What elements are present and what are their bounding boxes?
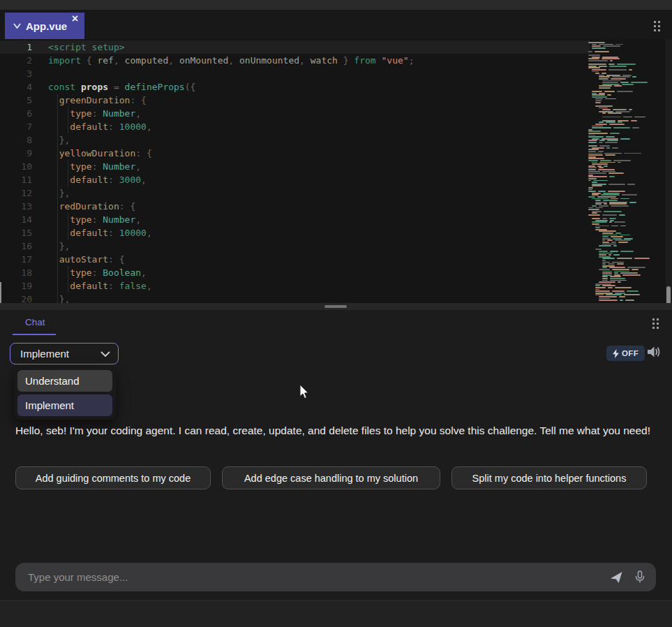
chat-tab-active-indicator [13, 334, 56, 335]
code-line: default: 3000, [48, 173, 414, 186]
vue-file-icon [13, 23, 21, 29]
code-line: }, [48, 133, 414, 147]
code-line: type: Number, [48, 107, 414, 120]
code-line: default: 10000, [48, 120, 414, 133]
agent-message: Hello, seb! I'm your coding agent. I can… [15, 422, 652, 439]
line-number: 15 [0, 226, 32, 239]
tab-close-icon[interactable]: × [72, 13, 78, 24]
code-line: type: Number, [48, 213, 414, 226]
tab-title: App.vue [26, 20, 67, 32]
editor-drag-handle-icon[interactable] [654, 21, 660, 31]
gutter: 1234567891011121314151617181920 [0, 40, 32, 303]
message-input[interactable] [15, 563, 604, 591]
chevron-down-icon [100, 351, 110, 357]
code-line: import { ref, computed, onMounted, onUnm… [48, 54, 414, 67]
line-number: 18 [0, 266, 32, 279]
chat-panel: Chat Implement OFF Understand Implement [0, 310, 672, 601]
lightning-icon [613, 349, 619, 358]
line-number: 2 [0, 54, 32, 67]
voice-toggle-badge[interactable]: OFF [606, 346, 645, 361]
suggestion-button-guiding-comments[interactable]: Add guiding comments to my code [15, 466, 211, 489]
line-number: 12 [0, 186, 32, 200]
menu-item-understand[interactable]: Understand [17, 370, 112, 392]
suggestion-button-edge-cases[interactable]: Add edge case handling to my solution [222, 466, 440, 489]
panel-resize-divider[interactable] [0, 303, 672, 310]
code-line: type: Boolean, [48, 266, 414, 279]
code-lines: <script setup>import { ref, computed, on… [48, 40, 414, 303]
code-line: autoStart: { [48, 253, 414, 266]
app-window: App.vue × 123456789101112131415161718192… [0, 0, 672, 627]
suggestion-row: Add guiding comments to my code Add edge… [15, 466, 647, 489]
scrollbar-track[interactable] [666, 39, 672, 303]
window-top-strip [0, 0, 672, 10]
code-line: }, [48, 186, 414, 200]
minimap[interactable] [588, 40, 666, 302]
line-number: 8 [0, 133, 32, 147]
line-number: 11 [0, 173, 32, 186]
page-footer [0, 602, 672, 627]
line-number: 7 [0, 120, 32, 133]
code-line: yellowDuration: { [48, 147, 414, 160]
line-number: 13 [0, 200, 32, 213]
code-line [48, 67, 414, 80]
code-line: greenDuration: { [48, 94, 414, 107]
line-number: 5 [0, 94, 32, 107]
mode-dropdown-value: Implement [20, 348, 69, 360]
line-number: 6 [0, 107, 32, 120]
message-input-bar [15, 563, 656, 591]
line-number: 4 [0, 80, 32, 94]
mic-icon[interactable] [628, 566, 652, 589]
suggestion-button-helper-functions[interactable]: Split my code into helper functions [451, 466, 647, 489]
resize-handle[interactable] [324, 305, 347, 308]
line-number: 17 [0, 253, 32, 266]
code-line: }, [48, 239, 414, 253]
tab-app-vue[interactable]: App.vue × [5, 13, 84, 39]
speaker-icon[interactable] [646, 345, 662, 359]
line-number: 9 [0, 147, 32, 160]
code-line: <script setup> [48, 40, 414, 54]
line-number: 20 [0, 293, 32, 303]
line-number: 19 [0, 279, 32, 293]
menu-item-implement[interactable]: Implement [17, 394, 112, 416]
line-number: 14 [0, 213, 32, 226]
code-editor[interactable]: 1234567891011121314151617181920 <script … [0, 39, 672, 303]
line-number: 16 [0, 239, 32, 253]
send-icon[interactable] [604, 566, 628, 589]
tab-chat[interactable]: Chat [25, 317, 45, 327]
code-line: redDuration: { [48, 200, 414, 213]
line-number: 1 [0, 40, 32, 54]
code-line: default: 10000, [48, 226, 414, 239]
editor-tab-bar: App.vue × [0, 10, 672, 39]
line-number: 10 [0, 160, 32, 173]
code-line: default: false, [48, 279, 414, 293]
mode-dropdown-menu: Understand Implement [14, 367, 116, 420]
mode-dropdown[interactable]: Implement [10, 343, 119, 364]
voice-badge-label: OFF [622, 349, 639, 357]
code-line: const props = defineProps({ [48, 80, 414, 94]
code-line: }, [48, 293, 414, 303]
line-number: 3 [0, 67, 32, 80]
code-line: type: Number, [48, 160, 414, 173]
chat-drag-handle-icon[interactable] [652, 318, 659, 329]
